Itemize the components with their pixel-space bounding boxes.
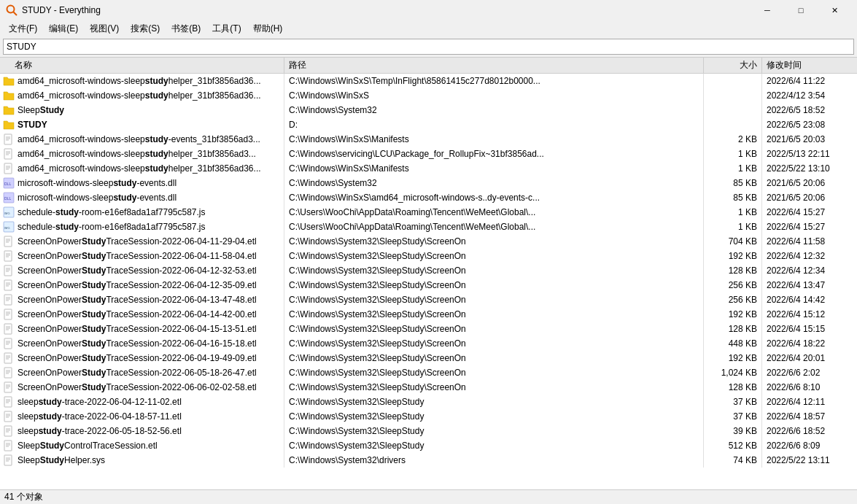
cell-name: DLLmicrosoft-windows-sleepstudy-events.d… <box>0 176 284 190</box>
cell-path: C:\Windows\System32\SleepStudy\ScreenOn <box>284 336 704 351</box>
svg-rect-22 <box>4 236 12 247</box>
cell-date: 2022/6/4 11:58 <box>762 234 857 249</box>
svg-rect-78 <box>4 441 12 451</box>
table-row[interactable]: ScreenOnPowerStudyTraceSession-2022-06-0… <box>0 278 857 292</box>
table-row[interactable]: SleepStudyHelper.sysC:\Windows\System32\… <box>0 453 857 468</box>
cell-name: amd64_microsoft-windows-sleepstudyhelper… <box>0 74 284 88</box>
cell-name: ScreenOnPowerStudyTraceSession-2022-06-0… <box>0 336 284 351</box>
svg-rect-58 <box>4 368 12 378</box>
table-row[interactable]: SleepStudyControlTraceSession.etlC:\Wind… <box>0 438 857 453</box>
menu-search[interactable]: 搜索(S) <box>125 21 166 36</box>
cell-date: 2022/6/5 23:08 <box>762 117 857 132</box>
cell-size <box>704 88 762 103</box>
cell-path: C:\Windows\System32\SleepStudy\ScreenOn <box>284 322 704 336</box>
svg-rect-2 <box>4 134 12 144</box>
cell-path: C:\Windows\servicing\LCU\Package_for_Rol… <box>284 147 704 161</box>
search-input[interactable] <box>3 39 854 55</box>
file-icon <box>3 236 15 247</box>
table-row[interactable]: ScreenOnPowerStudyTraceSession-2022-06-0… <box>0 380 857 395</box>
results-list[interactable]: amd64_microsoft-windows-sleepstudyhelper… <box>0 74 857 490</box>
file-icon <box>3 163 15 174</box>
cell-path: C:\Windows\System32\SleepStudy\ScreenOn <box>284 307 704 322</box>
cell-size: 128 KB <box>704 322 762 336</box>
file-icon <box>3 338 15 349</box>
col-header-size[interactable]: 大小 <box>704 58 762 73</box>
cell-path: C:\Windows\System32\SleepStudy\ScreenOn <box>284 263 704 278</box>
cell-name: ScreenOnPowerStudyTraceSession-2022-06-0… <box>0 322 284 336</box>
file-icon <box>3 411 15 422</box>
cell-name: IMGschedule-study-room-e16ef8ada1af7795c… <box>0 220 284 234</box>
cell-date: 2022/6/6 18:52 <box>762 424 857 438</box>
svg-rect-66 <box>4 397 12 407</box>
table-row[interactable]: ScreenOnPowerStudyTraceSession-2022-06-0… <box>0 234 857 249</box>
cell-name: DLLmicrosoft-windows-sleepstudy-events.d… <box>0 190 284 205</box>
table-row[interactable]: sleepstudy-trace-2022-06-05-18-52-56.etl… <box>0 424 857 438</box>
minimize-button[interactable]: ─ <box>751 0 784 20</box>
table-row[interactable]: SleepStudyC:\Windows\System322022/6/5 18… <box>0 103 857 117</box>
col-header-date[interactable]: 修改时间 <box>762 58 857 73</box>
svg-rect-54 <box>4 353 12 363</box>
cell-size: 192 KB <box>704 351 762 365</box>
cell-path: C:\Windows\WinSxS\Temp\InFlight\85861415… <box>284 74 704 88</box>
table-row[interactable]: amd64_microsoft-windows-sleepstudy-event… <box>0 132 857 147</box>
file-icon <box>3 425 15 437</box>
cell-date: 2022/6/4 20:01 <box>762 351 857 365</box>
file-icon <box>3 323 15 335</box>
cell-path: C:\Windows\System32\SleepStudy <box>284 409 704 424</box>
file-icon <box>3 279 15 291</box>
table-row[interactable]: ScreenOnPowerStudyTraceSession-2022-06-0… <box>0 307 857 322</box>
col-header-path[interactable]: 路径 <box>284 58 704 73</box>
svg-point-0 <box>7 6 15 13</box>
cell-date: 2022/6/4 12:34 <box>762 263 857 278</box>
menu-file[interactable]: 文件(F) <box>3 21 43 36</box>
table-row[interactable]: DLLmicrosoft-windows-sleepstudy-events.d… <box>0 176 857 190</box>
cell-name: ScreenOnPowerStudyTraceSession-2022-06-0… <box>0 278 284 292</box>
cell-size <box>704 74 762 88</box>
table-row[interactable]: ScreenOnPowerStudyTraceSession-2022-06-0… <box>0 263 857 278</box>
table-row[interactable]: DLLmicrosoft-windows-sleepstudy-events.d… <box>0 190 857 205</box>
file-icon: DLL <box>3 192 15 203</box>
table-row[interactable]: ScreenOnPowerStudyTraceSession-2022-06-0… <box>0 322 857 336</box>
cell-date: 2022/6/4 12:32 <box>762 249 857 263</box>
table-row[interactable]: STUDYD:2022/6/5 23:08 <box>0 117 857 132</box>
table-row[interactable]: amd64_microsoft-windows-sleepstudyhelper… <box>0 88 857 103</box>
maximize-button[interactable]: □ <box>784 0 818 20</box>
table-row[interactable]: sleepstudy-trace-2022-06-04-12-11-02.etl… <box>0 395 857 409</box>
cell-date: 2022/5/22 13:10 <box>762 161 857 176</box>
cell-date: 2022/6/4 15:15 <box>762 322 857 336</box>
cell-size: 512 KB <box>704 438 762 453</box>
cell-date: 2022/6/6 8:09 <box>762 438 857 453</box>
cell-path: C:\Windows\System32\SleepStudy <box>284 395 704 409</box>
cell-date: 2022/6/4 13:47 <box>762 278 857 292</box>
menu-view[interactable]: 视图(V) <box>84 21 125 36</box>
file-icon <box>3 352 15 364</box>
table-row[interactable]: IMGschedule-study-room-e16ef8ada1af7795c… <box>0 220 857 234</box>
cell-path: C:\Windows\System32\SleepStudy\ScreenOn <box>284 278 704 292</box>
menu-bookmarks[interactable]: 书签(B) <box>166 21 206 36</box>
cell-name: SleepStudy <box>0 103 284 117</box>
menu-help[interactable]: 帮助(H) <box>247 21 289 36</box>
file-icon: IMG <box>3 221 15 233</box>
menu-edit[interactable]: 编辑(E) <box>43 21 84 36</box>
cell-size: 37 KB <box>704 409 762 424</box>
table-row[interactable]: amd64_microsoft-windows-sleepstudyhelper… <box>0 161 857 176</box>
cell-size: 256 KB <box>704 278 762 292</box>
cell-date: 2022/6/4 15:27 <box>762 205 857 220</box>
table-row[interactable]: ScreenOnPowerStudyTraceSession-2022-06-0… <box>0 292 857 307</box>
col-header-name[interactable]: 名称 <box>0 58 284 73</box>
table-row[interactable]: ScreenOnPowerStudyTraceSession-2022-06-0… <box>0 249 857 263</box>
svg-text:IMG: IMG <box>4 226 10 230</box>
table-row[interactable]: ScreenOnPowerStudyTraceSession-2022-06-0… <box>0 351 857 365</box>
table-row[interactable]: IMGschedule-study-room-e16ef8ada1af7795c… <box>0 205 857 220</box>
table-row[interactable]: amd64_microsoft-windows-sleepstudyhelper… <box>0 74 857 88</box>
cell-size: 1 KB <box>704 147 762 161</box>
table-row[interactable]: amd64_microsoft-windows-sleepstudyhelper… <box>0 147 857 161</box>
table-row[interactable]: sleepstudy-trace-2022-06-04-18-57-11.etl… <box>0 409 857 424</box>
file-icon <box>3 381 15 393</box>
table-row[interactable]: ScreenOnPowerStudyTraceSession-2022-06-0… <box>0 336 857 351</box>
close-button[interactable]: ✕ <box>818 0 851 20</box>
file-icon <box>3 133 15 145</box>
menu-tools[interactable]: 工具(T) <box>206 21 247 36</box>
cell-path: C:\Windows\WinSxS <box>284 88 704 103</box>
table-row[interactable]: ScreenOnPowerStudyTraceSession-2022-06-0… <box>0 365 857 380</box>
